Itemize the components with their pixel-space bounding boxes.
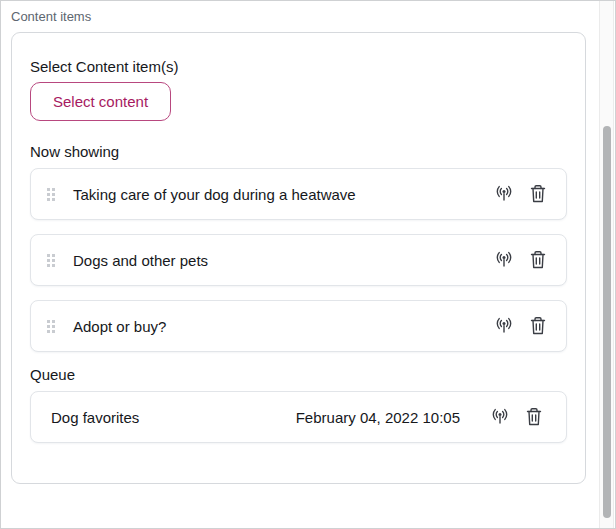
drag-handle-icon[interactable] bbox=[47, 188, 55, 201]
select-content-label: Select Content item(s) bbox=[30, 58, 567, 75]
now-showing-row[interactable]: Dogs and other pets bbox=[30, 234, 567, 286]
queue-row[interactable]: Dog favorites February 04, 2022 10:05 bbox=[30, 391, 567, 443]
trash-icon[interactable] bbox=[526, 248, 550, 272]
scrollbar-thumb[interactable] bbox=[603, 126, 611, 518]
drag-handle-icon[interactable] bbox=[47, 320, 55, 333]
trash-icon[interactable] bbox=[526, 314, 550, 338]
content-item-title: Taking care of your dog during a heatwav… bbox=[73, 186, 356, 203]
broadcast-icon[interactable] bbox=[488, 405, 512, 429]
broadcast-icon[interactable] bbox=[492, 314, 516, 338]
broadcast-icon[interactable] bbox=[492, 182, 516, 206]
trash-icon[interactable] bbox=[526, 182, 550, 206]
scheduled-timestamp: February 04, 2022 10:05 bbox=[296, 409, 460, 426]
now-showing-row[interactable]: Taking care of your dog during a heatwav… bbox=[30, 168, 567, 220]
content-item-title: Dogs and other pets bbox=[73, 252, 208, 269]
content-items-panel: Select Content item(s) Select content No… bbox=[11, 32, 586, 484]
now-showing-label: Now showing bbox=[30, 143, 567, 160]
vertical-scrollbar[interactable] bbox=[599, 1, 614, 528]
content-items-editor: Content items Select Content item(s) Sel… bbox=[0, 0, 616, 529]
now-showing-row[interactable]: Adopt or buy? bbox=[30, 300, 567, 352]
broadcast-icon[interactable] bbox=[492, 248, 516, 272]
field-label-content-items: Content items bbox=[11, 9, 615, 24]
content-item-title: Dog favorites bbox=[51, 409, 139, 426]
drag-handle-icon[interactable] bbox=[47, 254, 55, 267]
queue-label: Queue bbox=[30, 366, 567, 383]
content-item-title: Adopt or buy? bbox=[73, 318, 166, 335]
trash-icon[interactable] bbox=[522, 405, 546, 429]
select-content-button[interactable]: Select content bbox=[30, 82, 171, 121]
